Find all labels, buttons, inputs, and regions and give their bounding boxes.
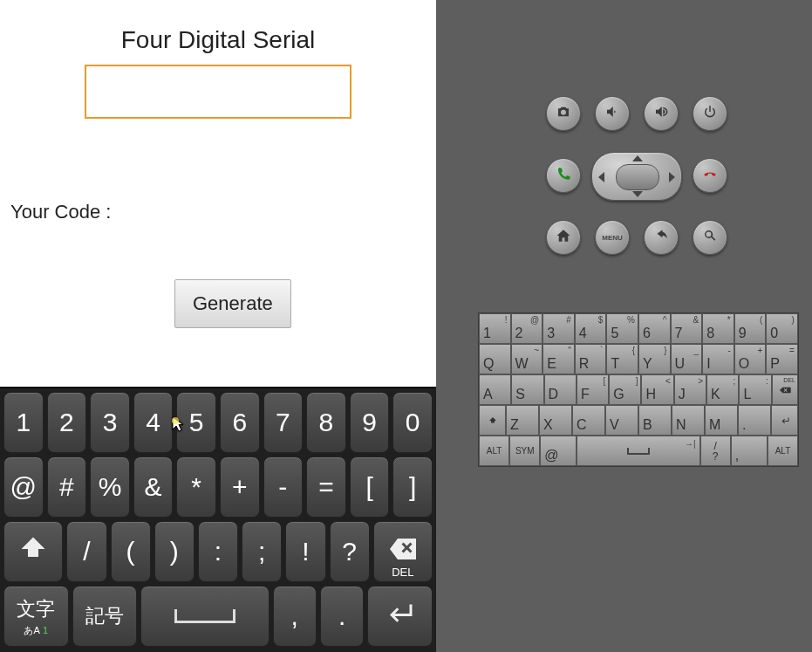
hw-key-.[interactable]: . [738,405,771,436]
hw-key-alt-left[interactable]: ALT [479,436,509,466]
end-call-button[interactable] [693,158,727,193]
dpad-down-button[interactable] [632,191,643,197]
key-&[interactable]: & [133,456,174,518]
key-question[interactable]: ? [330,521,370,582]
hw-key-space[interactable]: →| [577,436,699,466]
key-slash[interactable]: / [66,521,106,582]
volume-down-button[interactable] [595,96,630,131]
key-][interactable]: ] [392,456,433,518]
hw-key-D[interactable]: D [544,374,577,405]
key-space[interactable] [140,586,269,647]
hw-key-A[interactable]: A [479,374,511,405]
back-button[interactable] [644,220,679,255]
hw-key-C[interactable]: C [572,405,605,436]
hw-key-T[interactable]: T{ [606,344,638,374]
generate-button[interactable]: Generate [174,279,291,328]
hw-key-Z[interactable]: Z [506,405,539,436]
hw-key-V[interactable]: V [605,405,638,436]
hw-key-L[interactable]: L: [739,374,771,405]
key-#[interactable]: # [47,456,87,518]
hw-key-R[interactable]: R` [575,344,607,374]
hw-key-enter[interactable] [771,405,798,436]
hw-key-shift[interactable] [479,405,506,436]
camera-button[interactable] [546,96,581,131]
hw-key-3[interactable]: 3# [542,313,575,344]
hw-key-1[interactable]: 1! [479,313,511,344]
hw-key-O[interactable]: O+ [734,344,767,374]
hw-key-B[interactable]: B [638,405,672,436]
hw-key-8[interactable]: 8* [702,313,734,344]
volume-up-button[interactable] [644,96,679,131]
key-1[interactable]: 1 [3,392,44,453]
key-delete[interactable]: DEL [373,521,433,582]
hw-key-F[interactable]: F[ [577,374,609,405]
hw-key-G[interactable]: G] [609,374,641,405]
key-colon[interactable]: : [198,521,238,582]
hw-key-4[interactable]: 4$ [575,313,607,344]
key-[[interactable]: [ [350,456,390,518]
key-3[interactable]: 3 [90,392,130,453]
hw-key-slash[interactable]: /? [700,436,731,466]
key-semicolon[interactable]: ; [242,521,282,582]
key-0[interactable]: 0 [392,392,433,453]
key-exclaim[interactable]: ! [285,521,325,582]
key-+[interactable]: + [220,456,260,518]
hw-key-7[interactable]: 7& [671,313,703,344]
dpad-center-button[interactable] [616,164,659,190]
key-5[interactable]: 5 [176,392,216,453]
hw-key-Q[interactable]: Q [479,344,511,374]
hw-key-9[interactable]: 9( [734,313,767,344]
key-left-paren[interactable]: ( [111,521,151,582]
key-symbols[interactable]: 記号 [72,586,138,647]
key-4[interactable]: 4 [133,392,174,453]
hw-key-delete[interactable]: DEL [772,374,798,405]
key-6[interactable]: 6 [220,392,260,453]
key-8[interactable]: 8 [306,392,346,453]
hw-key-sym[interactable]: SYM [509,436,540,466]
key-*[interactable]: * [176,456,216,518]
key-=[interactable]: = [306,456,346,518]
hw-key-M[interactable]: M [705,405,738,436]
key-9[interactable]: 9 [350,392,390,453]
hw-key-at[interactable]: @ [540,436,577,466]
key-%[interactable]: % [90,456,130,518]
hw-key-U[interactable]: U_ [671,344,703,374]
key-right-paren[interactable]: ) [154,521,194,582]
hw-key-N[interactable]: N [672,405,705,436]
back-icon [653,228,669,247]
hw-key-6[interactable]: 6^ [638,313,671,344]
hw-key-0[interactable]: 0) [766,313,798,344]
home-button[interactable] [546,220,581,255]
key-shift[interactable] [3,521,63,582]
hw-key-J[interactable]: J> [674,374,706,405]
search-button[interactable] [693,220,727,255]
hw-key-alt-right[interactable]: ALT [768,436,798,466]
call-button[interactable] [546,158,581,193]
hw-key-X[interactable]: X [539,405,572,436]
key--[interactable]: - [263,456,304,518]
hw-key-2[interactable]: 2@ [511,313,543,344]
serial-input[interactable] [85,65,351,119]
key-mode[interactable]: 文字 あA 1 [3,586,69,647]
hw-key-E[interactable]: E" [542,344,575,374]
key-enter[interactable] [367,586,433,647]
hw-key-S[interactable]: S [511,374,543,405]
hw-key-I[interactable]: I- [702,344,734,374]
dpad-right-button[interactable] [669,172,675,182]
hw-key-K[interactable]: K; [706,374,739,405]
hw-key-comma[interactable]: , [731,436,768,466]
key-7[interactable]: 7 [263,392,304,453]
hw-key-W[interactable]: W~ [511,344,543,374]
key-2[interactable]: 2 [47,392,87,453]
menu-button[interactable]: MENU [595,220,630,255]
key-comma[interactable]: , [273,586,317,647]
hw-key-P[interactable]: P= [766,344,798,374]
hw-key-Y[interactable]: Y} [638,344,671,374]
key-@[interactable]: @ [3,456,44,518]
dpad-up-button[interactable] [632,155,643,161]
hw-key-H[interactable]: H< [641,374,673,405]
dpad-left-button[interactable] [598,172,604,182]
power-button[interactable] [693,96,727,131]
key-period[interactable]: . [320,586,364,647]
hw-key-5[interactable]: 5% [606,313,638,344]
